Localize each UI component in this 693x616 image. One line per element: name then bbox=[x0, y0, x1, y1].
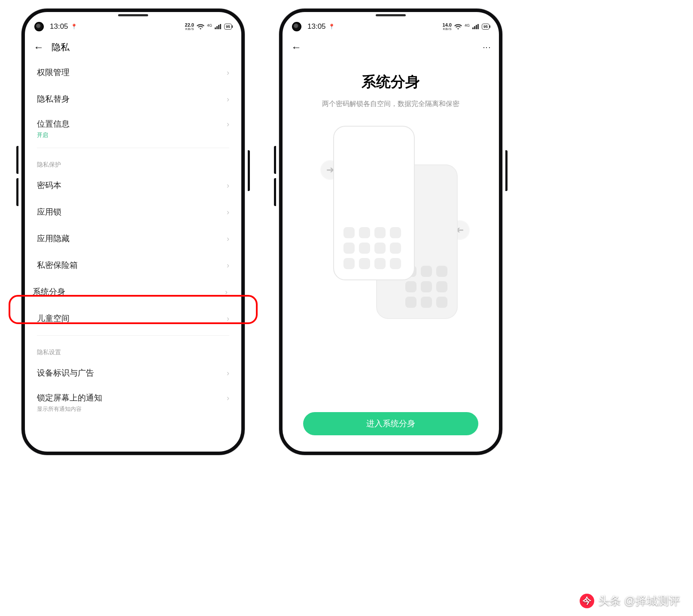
back-icon[interactable]: ← bbox=[33, 41, 44, 53]
speaker-notch bbox=[283, 12, 499, 18]
chevron-right-icon: › bbox=[227, 120, 229, 129]
status-bar: 13:05 📍 22.0 KB/S 4G 95 bbox=[25, 18, 241, 35]
page-subtitle: 两个密码解锁各自空间，数据完全隔离和保密 bbox=[295, 100, 487, 109]
row-vault[interactable]: 私密保险箱 › bbox=[25, 252, 241, 279]
speaker-notch bbox=[25, 12, 241, 18]
status-time: 13:05 bbox=[307, 22, 326, 31]
svg-rect-6 bbox=[476, 25, 477, 29]
battery-icon: 95 bbox=[482, 24, 489, 30]
illus-card-front bbox=[333, 126, 415, 280]
svg-rect-4 bbox=[472, 27, 474, 29]
navbar: ← 隐私 bbox=[25, 35, 241, 59]
svg-rect-0 bbox=[215, 27, 216, 29]
section-label-protect: 隐私保护 bbox=[25, 152, 241, 172]
row-label: 锁定屏幕上的通知 bbox=[37, 392, 102, 404]
settings-list: 权限管理 › 隐私替身 › 位置信息 › 开启 隐私保护 密码本 bbox=[25, 59, 241, 418]
row-location[interactable]: 位置信息 › 开启 bbox=[25, 112, 241, 144]
chevron-right-icon: › bbox=[227, 394, 229, 403]
row-label: 应用隐藏 bbox=[37, 233, 70, 244]
row-label: 隐私替身 bbox=[37, 94, 70, 105]
row-sublabel: 显示所有通知内容 bbox=[37, 405, 82, 413]
row-label: 位置信息 bbox=[37, 118, 70, 130]
page-title: 系统分身 bbox=[295, 72, 487, 92]
chevron-right-icon: › bbox=[227, 95, 229, 104]
svg-rect-3 bbox=[220, 24, 221, 29]
signal-icon bbox=[472, 24, 479, 29]
navbar: ← ⋮ bbox=[283, 35, 499, 59]
battery-icon: 95 bbox=[224, 24, 232, 30]
network-label: 4G bbox=[465, 23, 470, 27]
illustration: ➔ ➔ bbox=[295, 109, 487, 412]
chevron-right-icon: › bbox=[227, 314, 229, 323]
chevron-right-icon: › bbox=[227, 68, 229, 77]
chevron-right-icon: › bbox=[225, 288, 228, 297]
location-pin-icon: 📍 bbox=[71, 24, 77, 30]
row-system-clone[interactable]: 系统分身 › bbox=[25, 279, 241, 305]
network-label: 4G bbox=[207, 23, 212, 27]
row-passwords[interactable]: 密码本 › bbox=[25, 172, 241, 199]
svg-rect-7 bbox=[477, 24, 479, 29]
net-speed: 14.0 KB/S bbox=[443, 23, 452, 31]
divider bbox=[37, 148, 229, 148]
row-sublabel: 开启 bbox=[37, 131, 48, 139]
svg-rect-5 bbox=[474, 26, 475, 29]
phone-right: 13:05 📍 14.0 KB/S 4G 95 bbox=[279, 9, 502, 455]
row-kids-space[interactable]: 儿童空间 › bbox=[25, 305, 241, 332]
wifi-icon bbox=[197, 24, 204, 30]
wifi-icon bbox=[454, 24, 462, 30]
section-label-settings: 隐私设置 bbox=[25, 339, 241, 360]
front-camera-hole bbox=[34, 22, 44, 31]
row-lockscreen-notif[interactable]: 锁定屏幕上的通知 › 显示所有通知内容 bbox=[25, 386, 241, 418]
row-label: 私密保险箱 bbox=[37, 260, 78, 271]
page-title: 隐私 bbox=[52, 41, 70, 53]
row-applock[interactable]: 应用锁 › bbox=[25, 199, 241, 225]
back-icon[interactable]: ← bbox=[291, 41, 301, 53]
row-label: 密码本 bbox=[37, 180, 61, 191]
toutiao-logo-icon: 今 bbox=[580, 594, 594, 608]
chevron-right-icon: › bbox=[227, 234, 229, 243]
net-speed: 22.0 KB/S bbox=[185, 23, 194, 31]
location-pin-icon: 📍 bbox=[328, 24, 335, 30]
status-time: 13:05 bbox=[50, 22, 68, 31]
svg-rect-2 bbox=[218, 25, 219, 29]
chevron-right-icon: › bbox=[227, 181, 229, 190]
enter-system-clone-button[interactable]: 进入系统分身 bbox=[303, 412, 478, 435]
status-bar: 13:05 📍 14.0 KB/S 4G 95 bbox=[283, 18, 499, 35]
svg-rect-1 bbox=[216, 26, 218, 29]
more-icon[interactable]: ⋮ bbox=[482, 44, 492, 51]
row-apphide[interactable]: 应用隐藏 › bbox=[25, 225, 241, 252]
watermark: 今 头条 @择城测评 bbox=[580, 593, 680, 608]
row-label: 系统分身 bbox=[33, 286, 65, 297]
chevron-right-icon: › bbox=[227, 208, 229, 217]
signal-icon bbox=[215, 24, 222, 29]
row-label: 儿童空间 bbox=[37, 313, 70, 324]
chevron-right-icon: › bbox=[227, 261, 229, 270]
row-device-ad[interactable]: 设备标识与广告 › bbox=[25, 360, 241, 386]
row-privacy-substitute[interactable]: 隐私替身 › bbox=[25, 86, 241, 112]
row-label: 设备标识与广告 bbox=[37, 367, 94, 379]
divider bbox=[37, 335, 229, 336]
row-label: 权限管理 bbox=[37, 67, 70, 78]
watermark-text: 头条 @择城测评 bbox=[599, 593, 680, 608]
row-label: 应用锁 bbox=[37, 206, 61, 218]
front-camera-hole bbox=[292, 22, 301, 31]
phone-left: 13:05 📍 22.0 KB/S 4G 95 bbox=[21, 9, 245, 455]
row-permissions[interactable]: 权限管理 › bbox=[25, 59, 241, 86]
chevron-right-icon: › bbox=[227, 369, 229, 378]
